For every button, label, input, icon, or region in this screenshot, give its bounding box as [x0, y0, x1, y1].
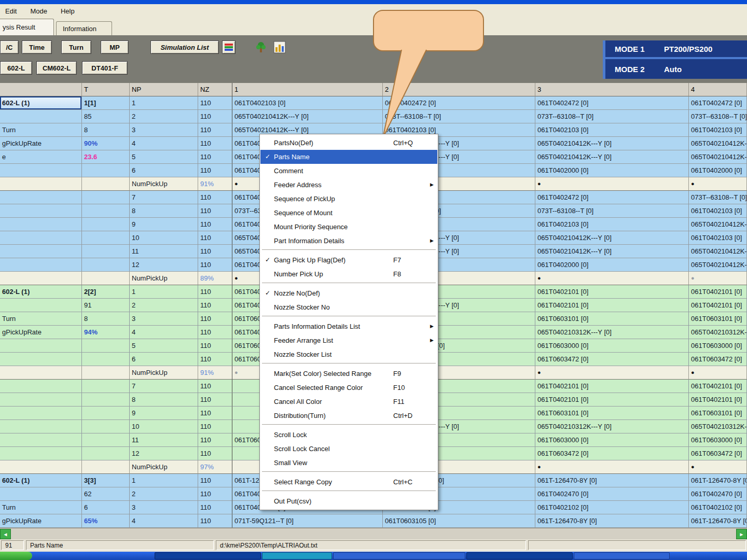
- table-cell[interactable]: 6: [82, 501, 130, 514]
- table-cell[interactable]: [82, 353, 130, 366]
- menu-item[interactable]: Cancel All ColorF11: [260, 395, 437, 409]
- table-cell[interactable]: 11: [130, 433, 198, 447]
- table-cell[interactable]: [0, 487, 82, 501]
- table-cell[interactable]: [0, 245, 82, 258]
- table-cell[interactable]: 110: [198, 191, 232, 204]
- table-cell[interactable]: 071T-59Q121--T [0]: [232, 514, 383, 528]
- table-cell[interactable]: 602-L (1): [0, 96, 82, 110]
- table-cell[interactable]: 061T0402101 [0]: [689, 380, 747, 393]
- table-cell[interactable]: 061T0603000 [0]: [689, 339, 747, 353]
- table-cell[interactable]: [0, 366, 82, 380]
- table-cell[interactable]: 110: [198, 231, 232, 245]
- table-cell[interactable]: 061T0402000 [0]: [535, 258, 689, 272]
- table-cell[interactable]: 602-L (1): [0, 474, 82, 487]
- menu-item[interactable]: Small View: [260, 456, 437, 470]
- table-cell[interactable]: [0, 407, 82, 420]
- menu-item[interactable]: Sequence of Mount: [260, 206, 437, 220]
- table-cell[interactable]: 91%: [198, 366, 232, 380]
- table-cell[interactable]: 3[3]: [82, 474, 130, 487]
- turn-button[interactable]: Turn: [61, 40, 91, 54]
- table-cell[interactable]: 065T040210412K---Y [0]: [535, 231, 689, 245]
- menu-item[interactable]: Nozzle Stocker No: [260, 300, 437, 314]
- table-cell[interactable]: 94%: [82, 326, 130, 339]
- table-cell[interactable]: 110: [198, 218, 232, 231]
- table-cell[interactable]: 8: [130, 204, 198, 218]
- table-cell[interactable]: 10: [130, 231, 198, 245]
- menu-item[interactable]: Nozzle Stocker List: [260, 347, 437, 361]
- table-cell[interactable]: 110: [198, 204, 232, 218]
- table-cell[interactable]: 061T0402101 [0]: [535, 393, 689, 407]
- table-cell[interactable]: Turn: [0, 123, 82, 137]
- table-cell[interactable]: gPickUpRate: [0, 514, 82, 528]
- table-cell[interactable]: 3: [130, 123, 198, 137]
- table-cell[interactable]: 061T0603000 [0]: [535, 339, 689, 353]
- menu-item[interactable]: Mark(Set Color) Selected RangeF9: [260, 367, 437, 381]
- table-cell[interactable]: NumPickUp: [130, 272, 198, 285]
- table-cell[interactable]: 061T0402102 [0]: [535, 501, 689, 514]
- table-cell[interactable]: 2[2]: [82, 285, 130, 299]
- table-cell[interactable]: 602-L (1): [0, 285, 82, 299]
- table-cell[interactable]: 1[1]: [82, 96, 130, 110]
- menu-item[interactable]: Parts Information Details List▶: [260, 319, 437, 333]
- time-button[interactable]: Time: [22, 40, 52, 54]
- table-cell[interactable]: 061T0603000 [0]: [535, 433, 689, 447]
- table-cell[interactable]: ●: [535, 272, 689, 285]
- table-cell[interactable]: 91%: [198, 177, 232, 191]
- table-cell[interactable]: 110: [198, 407, 232, 420]
- table-cell[interactable]: 061T0603101 [0]: [689, 312, 747, 326]
- table-cell[interactable]: [0, 177, 82, 191]
- table-cell[interactable]: 1: [130, 474, 198, 487]
- start-button[interactable]: [0, 552, 32, 560]
- table-cell[interactable]: 061T0603472 [0]: [535, 447, 689, 460]
- table-cell[interactable]: 061T0603105 [0]: [383, 514, 535, 528]
- table-cell[interactable]: 065T040210412K---Y [0]: [689, 137, 747, 150]
- table-cell[interactable]: [82, 366, 130, 380]
- table-cell[interactable]: 110: [198, 380, 232, 393]
- table-cell[interactable]: [0, 231, 82, 245]
- table-cell[interactable]: 4: [130, 137, 198, 150]
- table-cell[interactable]: 065T040210312K---Y [0]: [689, 326, 747, 339]
- table-cell[interactable]: 110: [198, 245, 232, 258]
- table-cell[interactable]: 073T--63108--T [0]: [689, 110, 747, 123]
- table-cell[interactable]: 061T0402472 [0]: [535, 191, 689, 204]
- table-cell[interactable]: 065T040210312K---Y [0]: [689, 420, 747, 433]
- table-cell[interactable]: 061T0603000 [0]: [689, 433, 747, 447]
- table-cell[interactable]: 89%: [198, 272, 232, 285]
- table-cell[interactable]: 110: [198, 433, 232, 447]
- table-cell[interactable]: [82, 204, 130, 218]
- table-cell[interactable]: 4: [130, 326, 198, 339]
- table-cell[interactable]: 065T040210412K---Y [0]: [689, 150, 747, 164]
- table-cell[interactable]: [82, 218, 130, 231]
- table-cell[interactable]: [82, 460, 130, 474]
- table-cell[interactable]: 110: [198, 258, 232, 272]
- table-cell[interactable]: ●: [535, 460, 689, 474]
- menu-item[interactable]: Out Put(csv): [260, 494, 437, 508]
- table-cell[interactable]: 061T0603101 [0]: [535, 312, 689, 326]
- machine-cm602l-button[interactable]: CM602-L: [36, 61, 77, 75]
- table-cell[interactable]: 2: [130, 487, 198, 501]
- table-cell[interactable]: 061T0603472 [0]: [535, 353, 689, 366]
- table-cell[interactable]: 061T0603472 [0]: [689, 447, 747, 460]
- table-cell[interactable]: 7: [130, 380, 198, 393]
- table-cell[interactable]: 061T0402101 [0]: [689, 393, 747, 407]
- table-cell[interactable]: 23.6: [82, 150, 130, 164]
- table-cell[interactable]: 2: [130, 110, 198, 123]
- table-cell[interactable]: 110: [198, 110, 232, 123]
- menu-item[interactable]: Sequence of PickUp: [260, 192, 437, 206]
- table-cell[interactable]: 073T--63108--T [0]: [535, 110, 689, 123]
- table-cell[interactable]: 90%: [82, 137, 130, 150]
- table-cell[interactable]: [0, 299, 82, 312]
- table-cell[interactable]: 11: [130, 245, 198, 258]
- table-cell[interactable]: 12: [130, 258, 198, 272]
- table-cell[interactable]: 061T0603101 [0]: [535, 407, 689, 420]
- table-cell[interactable]: 061T-126470-8Y [0]: [689, 474, 747, 487]
- table-cell[interactable]: 4: [130, 514, 198, 528]
- table-cell[interactable]: 6: [130, 353, 198, 366]
- table-cell[interactable]: 110: [198, 137, 232, 150]
- horizontal-scrollbar[interactable]: ◄ ►: [0, 528, 747, 540]
- table-cell[interactable]: [0, 460, 82, 474]
- table-cell[interactable]: 110: [198, 285, 232, 299]
- scroll-right-button[interactable]: ►: [736, 529, 747, 539]
- table-cell[interactable]: [0, 420, 82, 433]
- table-cell[interactable]: 061T0402000 [0]: [535, 164, 689, 177]
